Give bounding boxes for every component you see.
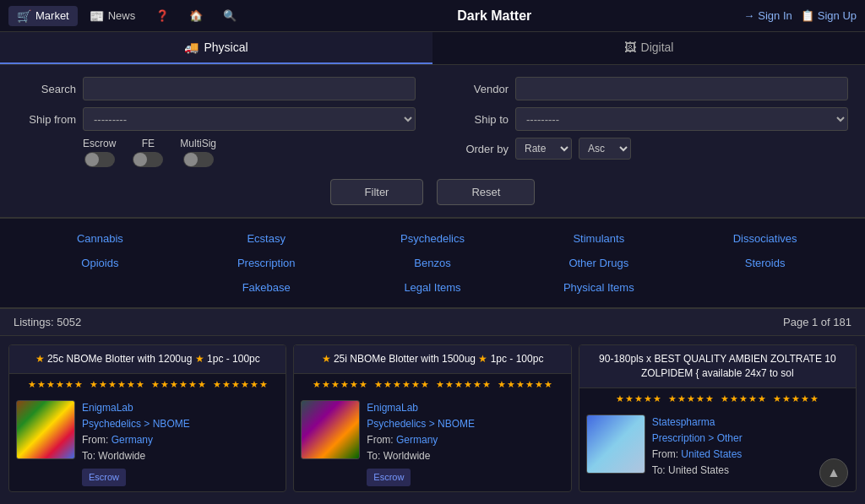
search-label: Search [17,83,76,95]
card-1-stars-3: ★★★★★★ [151,379,206,390]
tabs-row: 🚚 Physical 🖼 Digital [0,32,865,65]
search-left-col: Search Ship from --------- Escrow FE [17,77,416,167]
card-2-category: Psychedelics > NBOME [367,418,475,430]
search-right-col: Vendor Ship to --------- Order by Rate P… [449,77,848,167]
product-card-3: 90-180pls x BEST QUALITY AMBIEN ZOLTRATE… [579,344,857,492]
card-1-escrow-btn[interactable]: Escrow [82,469,126,487]
order-by-label: Order by [449,143,509,155]
cat-steroids[interactable]: Steroids [682,253,848,273]
card-2-stars-4: ★★★★★★ [498,379,552,390]
cat-opioids[interactable]: Opioids [17,253,183,273]
search-input[interactable] [83,77,416,100]
digital-tab-icon: 🖼 [624,41,636,54]
digital-tab-label: Digital [641,41,674,54]
filter-button[interactable]: Filter [330,179,424,205]
cat-fakebase[interactable]: Fakebase [183,278,350,297]
help-icon: ❓ [155,9,169,22]
card-2-qty: 1pc - 100pc [491,353,544,365]
product-card-1: ★ 25c NBOMe Blotter with 1200ug ★ 1pc - … [8,344,286,492]
card-2-from: Germany [396,434,438,446]
tab-digital[interactable]: 🖼 Digital [432,32,865,64]
card-3-title: 90-180pls x BEST QUALITY AMBIEN ZOLTRATE… [599,353,836,379]
signup-link[interactable]: 📋 Sign Up [801,9,857,22]
categories-section: Cannabis Ecstasy Psychedelics Stimulants… [0,219,865,308]
cat-physical-items[interactable]: Physical Items [515,278,682,297]
card-1-vendor[interactable]: EnigmaLab [82,402,133,414]
fe-toggle-group: FE [133,138,163,167]
market-label: Market [35,9,69,22]
scroll-up-icon: ▲ [827,465,841,480]
cat-prescription[interactable]: Prescription [183,253,350,273]
news-label: News [108,9,136,22]
card-2-image [301,400,360,459]
market-nav-btn[interactable]: 🛒 Market [8,6,78,26]
multisig-label: MultiSig [180,138,216,149]
order-by-select[interactable]: Rate Price Name [515,138,572,160]
cat-cannabis[interactable]: Cannabis [17,229,183,248]
card-3-info: Statespharma Prescription > Other From: … [652,415,743,480]
card-1-stars-4: ★★★★★★ [213,379,268,390]
nav-right: → Sign In 📋 Sign Up [743,9,857,22]
cat-dissociatives[interactable]: Dissociatives [682,229,848,248]
listings-bar: Listings: 5052 Page 1 of 181 [0,309,865,336]
tab-physical[interactable]: 🚚 Physical [0,32,432,64]
ship-from-select[interactable]: --------- [83,107,416,131]
escrow-toggle-group: Escrow [83,138,116,167]
order-dir-select[interactable]: Asc Desc [579,138,631,160]
card-2-from-label: From: [367,434,396,446]
card-3-stars-3: ★★★★★ [721,393,766,404]
cat-other-drugs[interactable]: Other Drugs [515,253,682,273]
vendor-row: Vendor [449,77,848,100]
signin-link[interactable]: → Sign In [743,9,792,22]
categories-grid: Cannabis Ecstasy Psychedelics Stimulants… [17,229,848,297]
home-nav-btn[interactable]: 🏠 [181,6,211,25]
card-2-to-label: To: [367,450,383,462]
card-1-category: Psychedelics > NBOME [82,418,190,430]
news-nav-btn[interactable]: 📰 News [81,6,144,26]
card-1-qty: 1pc - 100pc [207,353,260,365]
ship-from-row: Ship from --------- [17,107,416,131]
search-nav-btn[interactable]: 🔍 [215,6,245,25]
card-3-stars-4: ★★★★★ [773,393,819,404]
card-3-stars-1: ★★★★★ [616,393,661,404]
card-2-escrow-btn[interactable]: Escrow [367,469,411,487]
multisig-toggle[interactable] [183,152,214,167]
card-1-from-label: From: [82,434,112,446]
card-1-to: Worldwide [98,450,145,462]
cat-benzos[interactable]: Benzos [350,253,516,273]
card-2-star-right: ★ [478,353,487,365]
cat-psychedelics[interactable]: Psychedelics [350,229,516,248]
toggles-row: Escrow FE MultiSig [17,138,416,167]
site-title: Dark Matter [245,8,743,24]
cat-stimulants[interactable]: Stimulants [515,229,682,248]
physical-tab-icon: 🚚 [184,41,199,54]
help-nav-btn[interactable]: ❓ [147,6,177,25]
card-3-image [586,415,645,474]
card-3-stars-2: ★★★★★ [668,393,714,404]
search-panel: Search Ship from --------- Escrow FE [0,65,865,218]
search-nav-icon: 🔍 [223,9,237,22]
product-card-2: ★ 25i NBOMe Blotter with 1500ug ★ 1pc - … [293,344,571,492]
fe-toggle[interactable] [133,152,163,167]
card-2-stars-3: ★★★★★★ [436,379,491,390]
card-3-from: United States [681,448,742,460]
card-1-info: EnigmaLab Psychedelics > NBOME From: Ger… [82,400,190,486]
card-2-vendor[interactable]: EnigmaLab [367,402,418,414]
cat-ecstasy[interactable]: Ecstasy [183,229,350,248]
signin-icon: → [743,9,754,22]
escrow-toggle[interactable] [84,152,115,167]
scroll-top-button[interactable]: ▲ [819,458,848,487]
card-3-stars-row: ★★★★★ ★★★★★ ★★★★★ ★★★★★ [579,388,856,409]
vendor-input[interactable] [515,77,848,100]
ship-to-select[interactable]: --------- [515,107,848,131]
search-row: Search [17,77,416,100]
card-2-stars-row: ★★★★★★ ★★★★★★ ★★★★★★ ★★★★★★ [294,374,570,395]
ship-to-row: Ship to --------- [449,107,848,131]
card-1-stars-1: ★★★★★★ [28,379,83,390]
card-title-1: ★ 25c NBOMe Blotter with 1200ug ★ 1pc - … [9,345,286,374]
news-icon: 📰 [90,9,104,23]
card-3-vendor[interactable]: Statespharma [652,416,715,428]
reset-button[interactable]: Reset [437,179,535,205]
card-2-info: EnigmaLab Psychedelics > NBOME From: Ger… [367,400,475,486]
cat-legal-items[interactable]: Legal Items [350,278,516,297]
